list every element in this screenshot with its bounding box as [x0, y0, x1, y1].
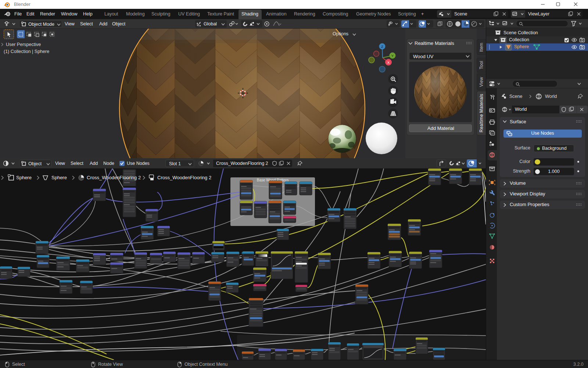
svg-text:X: X: [387, 60, 390, 64]
svg-text:Z: Z: [381, 45, 383, 49]
svg-text:Y: Y: [391, 54, 394, 58]
